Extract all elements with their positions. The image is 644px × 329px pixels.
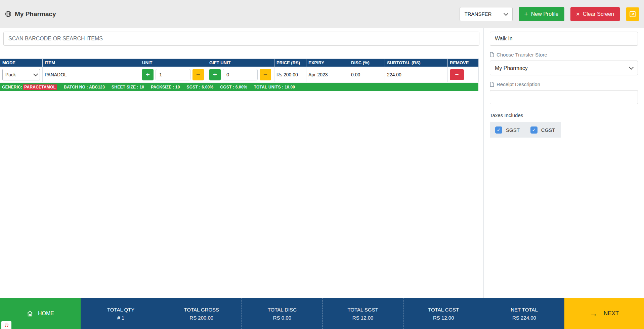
screen-share-icon xyxy=(629,10,636,18)
cgst-checkbox[interactable]: CGST xyxy=(525,122,561,138)
col-header-mode: MODE xyxy=(0,59,43,67)
col-header-item: ITEM xyxy=(43,59,140,67)
items-table-header-row: MODE ITEM UNIT GIFT UNIT PRICE (RS) EXPI… xyxy=(0,59,479,67)
home-icon xyxy=(27,310,33,317)
gift-unit-decrease-button[interactable]: − xyxy=(260,69,271,80)
sgst-label: SGST xyxy=(506,127,520,133)
total-disc-label: TOTAL DISC xyxy=(268,307,297,313)
total-cgst-value: RS 12.00 xyxy=(433,315,454,321)
net-total-label: NET TOTAL xyxy=(511,307,538,313)
item-details-bar: GENERIC: PARACETAMOL BATCH NO : ABC123 S… xyxy=(0,83,478,91)
cgst-rate: CGST : 6.00% xyxy=(220,85,247,89)
col-header-remove: REMOVE xyxy=(448,59,479,67)
unit-stepper: + − xyxy=(142,69,205,80)
gift-unit-cell: + − xyxy=(207,67,274,82)
new-profile-button[interactable]: + New Profile xyxy=(519,7,564,21)
expiry-cell: Apr-2023 xyxy=(306,67,349,82)
debugbar-toggle[interactable] xyxy=(1,321,11,329)
total-gross-cell: TOTAL GROSS RS 200.00 xyxy=(161,298,242,329)
receipt-description-input[interactable] xyxy=(490,90,638,104)
remove-cell: − xyxy=(448,67,479,82)
sgst-rate: SGST : 6.00% xyxy=(187,85,214,89)
total-units: TOTAL UNITS : 10.00 xyxy=(254,85,295,89)
generic-info: GENERIC: PARACETAMOL xyxy=(2,84,57,90)
total-disc-cell: TOTAL DISC RS 0.00 xyxy=(242,298,322,329)
total-cgst-cell: TOTAL CGST RS 12.00 xyxy=(403,298,484,329)
clear-screen-button[interactable]: × Clear Screen xyxy=(570,7,620,21)
close-icon: × xyxy=(576,11,580,17)
remove-item-button[interactable]: − xyxy=(450,69,464,80)
price-cell: Rs 200.00 xyxy=(274,67,306,82)
transaction-type-select[interactable]: TRANSFER xyxy=(460,7,513,21)
gift-unit-increase-button[interactable]: + xyxy=(209,69,221,80)
col-header-subtotal: SUBTOTAL (RS) xyxy=(385,59,448,67)
receipt-description-label: Receipt Description xyxy=(490,81,638,87)
document-icon xyxy=(490,52,494,57)
col-header-unit: UNIT xyxy=(140,59,207,67)
receipt-description-label-text: Receipt Description xyxy=(497,81,540,87)
transfer-store-select[interactable]: My Pharmacy xyxy=(490,61,638,75)
net-total-cell: NET TOTAL RS 224.00 xyxy=(484,298,564,329)
sidebar: Choose Transfer Store My Pharmacy Receip… xyxy=(483,28,644,298)
fullscreen-button[interactable] xyxy=(626,7,639,21)
total-disc-value: RS 0.00 xyxy=(273,315,291,321)
home-button[interactable]: HOME xyxy=(0,298,81,329)
transfer-store-label: Choose Transfer Store xyxy=(490,52,638,58)
transaction-type-select-wrap: TRANSFER xyxy=(460,7,513,21)
top-bar: My Pharmacy TRANSFER + New Profile × Cle… xyxy=(0,0,644,28)
new-profile-label: New Profile xyxy=(531,11,559,17)
item-row: Pack PANADOL + − xyxy=(0,67,479,82)
search-wrap xyxy=(0,32,483,46)
sgst-checkbox[interactable]: SGST xyxy=(490,122,525,138)
page-title: My Pharmacy xyxy=(15,10,56,18)
total-qty-cell: TOTAL QTY # 1 xyxy=(81,298,161,329)
globe-icon xyxy=(5,10,12,17)
net-total-value: RS 224.00 xyxy=(512,315,536,321)
checkbox-checked-icon xyxy=(495,126,502,134)
total-qty-label: TOTAL QTY xyxy=(107,307,134,313)
subtotal-cell: 224.00 xyxy=(385,67,448,82)
pack-size: PACKSIZE : 10 xyxy=(151,85,180,89)
col-header-expiry: EXPIRY xyxy=(306,59,349,67)
taxes-includes-label: Taxes Includes xyxy=(490,112,638,118)
total-sgst-label: TOTAL SGST xyxy=(347,307,378,313)
mode-cell: Pack xyxy=(0,67,43,82)
taxes-group: SGST CGST xyxy=(490,122,638,138)
plus-icon: + xyxy=(524,11,528,17)
item-name-cell: PANADOL xyxy=(43,67,140,82)
disc-cell: 0.00 xyxy=(349,67,385,82)
total-cgst-label: TOTAL CGST xyxy=(428,307,459,313)
col-header-gift-unit: GIFT UNIT xyxy=(207,59,274,67)
document-icon xyxy=(490,82,494,87)
gift-unit-stepper: + − xyxy=(209,69,272,80)
items-table: MODE ITEM UNIT GIFT UNIT PRICE (RS) EXPI… xyxy=(0,59,479,82)
totals-bar: HOME TOTAL QTY # 1 TOTAL GROSS RS 200.00… xyxy=(0,298,644,329)
search-input[interactable] xyxy=(3,32,479,46)
gift-unit-qty-input[interactable] xyxy=(223,69,258,80)
brand: My Pharmacy xyxy=(5,10,56,18)
total-sgst-cell: TOTAL SGST RS 12.00 xyxy=(323,298,403,329)
main-area: MODE ITEM UNIT GIFT UNIT PRICE (RS) EXPI… xyxy=(0,28,483,298)
batch-no: BATCH NO : ABC123 xyxy=(64,85,105,89)
col-header-disc: DISC (%) xyxy=(349,59,385,67)
home-label: HOME xyxy=(38,310,54,317)
unit-decrease-button[interactable]: − xyxy=(192,69,204,80)
total-gross-label: TOTAL GROSS xyxy=(184,307,219,313)
total-sgst-value: RS 12.00 xyxy=(352,315,374,321)
transfer-store-select-wrap: My Pharmacy xyxy=(490,61,638,75)
checkbox-checked-icon xyxy=(530,126,538,134)
generic-label: GENERIC: xyxy=(2,85,22,89)
clear-screen-label: Clear Screen xyxy=(583,11,614,17)
unit-qty-input[interactable] xyxy=(156,69,190,80)
mode-select-wrap: Pack xyxy=(2,69,40,80)
customer-input[interactable] xyxy=(490,32,638,46)
cgst-label: CGST xyxy=(541,127,555,133)
mode-select[interactable]: Pack xyxy=(2,69,40,80)
total-gross-value: RS 200.00 xyxy=(189,315,213,321)
unit-increase-button[interactable]: + xyxy=(142,69,154,80)
topbar-controls: TRANSFER + New Profile × Clear Screen xyxy=(460,7,639,21)
hand-horns-icon xyxy=(4,322,9,328)
total-qty-value: # 1 xyxy=(117,315,124,321)
unit-cell: + − xyxy=(140,67,207,82)
next-button[interactable]: → NEXT xyxy=(564,298,644,329)
